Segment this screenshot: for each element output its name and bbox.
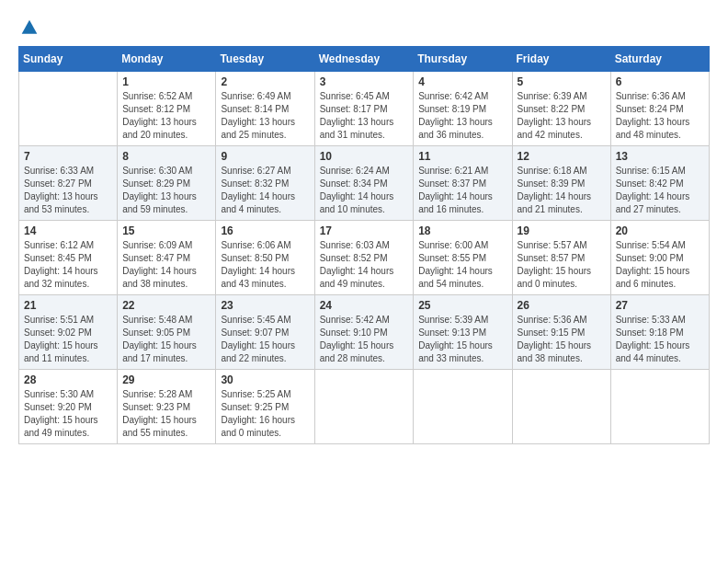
- calendar-cell: 27Sunrise: 5:33 AMSunset: 9:18 PMDayligh…: [610, 295, 709, 370]
- calendar-cell: 12Sunrise: 6:18 AMSunset: 8:39 PMDayligh…: [512, 146, 610, 221]
- calendar-cell: 3Sunrise: 6:45 AMSunset: 8:17 PMDaylight…: [314, 72, 414, 146]
- calendar-cell: 14Sunrise: 6:12 AMSunset: 8:45 PMDayligh…: [19, 221, 118, 295]
- day-info: Sunrise: 6:45 AMSunset: 8:17 PMDaylight:…: [320, 90, 409, 142]
- calendar-cell: 20Sunrise: 5:54 AMSunset: 9:00 PMDayligh…: [610, 221, 709, 295]
- day-number: 20: [616, 224, 704, 237]
- calendar-cell: 10Sunrise: 6:24 AMSunset: 8:34 PMDayligh…: [314, 146, 414, 221]
- day-number: 10: [320, 150, 409, 163]
- day-info: Sunrise: 6:49 AMSunset: 8:14 PMDaylight:…: [221, 90, 309, 142]
- day-of-week-header: Friday: [512, 47, 610, 72]
- page-header: [18, 18, 710, 37]
- day-of-week-header: Saturday: [610, 47, 709, 72]
- calendar-cell: 15Sunrise: 6:09 AMSunset: 8:47 PMDayligh…: [118, 221, 216, 295]
- day-number: 17: [320, 224, 409, 237]
- calendar-cell: 4Sunrise: 6:42 AMSunset: 8:19 PMDaylight…: [414, 72, 512, 146]
- day-info: Sunrise: 6:30 AMSunset: 8:29 PMDaylight:…: [122, 165, 210, 216]
- day-info: Sunrise: 6:21 AMSunset: 8:37 PMDaylight:…: [418, 165, 506, 216]
- day-number: 9: [221, 150, 309, 163]
- day-number: 23: [221, 299, 309, 312]
- calendar-week-row: 1Sunrise: 6:52 AMSunset: 8:12 PMDaylight…: [19, 72, 710, 146]
- day-header-row: SundayMondayTuesdayWednesdayThursdayFrid…: [19, 47, 710, 72]
- day-of-week-header: Wednesday: [314, 47, 414, 72]
- day-info: Sunrise: 5:45 AMSunset: 9:07 PMDaylight:…: [221, 314, 309, 365]
- calendar-cell: [314, 370, 414, 444]
- day-number: 24: [320, 299, 409, 312]
- day-number: 5: [518, 75, 606, 88]
- day-info: Sunrise: 6:06 AMSunset: 8:50 PMDaylight:…: [221, 239, 309, 291]
- day-info: Sunrise: 6:03 AMSunset: 8:52 PMDaylight:…: [320, 239, 409, 291]
- day-info: Sunrise: 5:42 AMSunset: 9:10 PMDaylight:…: [320, 314, 409, 365]
- day-number: 16: [221, 224, 309, 237]
- day-info: Sunrise: 6:00 AMSunset: 8:55 PMDaylight:…: [418, 239, 506, 291]
- calendar-cell: 9Sunrise: 6:27 AMSunset: 8:32 PMDaylight…: [216, 146, 314, 221]
- day-number: 22: [122, 299, 210, 312]
- day-of-week-header: Sunday: [19, 47, 118, 72]
- day-number: 14: [24, 224, 112, 237]
- calendar-cell: 13Sunrise: 6:15 AMSunset: 8:42 PMDayligh…: [610, 146, 709, 221]
- day-info: Sunrise: 6:39 AMSunset: 8:22 PMDaylight:…: [518, 90, 606, 142]
- calendar-cell: [610, 370, 709, 444]
- day-of-week-header: Tuesday: [216, 47, 314, 72]
- calendar-cell: 25Sunrise: 5:39 AMSunset: 9:13 PMDayligh…: [414, 295, 512, 370]
- calendar-cell: 6Sunrise: 6:36 AMSunset: 8:24 PMDaylight…: [610, 72, 709, 146]
- calendar-cell: 7Sunrise: 6:33 AMSunset: 8:27 PMDaylight…: [19, 146, 118, 221]
- day-info: Sunrise: 5:54 AMSunset: 9:00 PMDaylight:…: [616, 239, 704, 291]
- calendar-cell: 29Sunrise: 5:28 AMSunset: 9:23 PMDayligh…: [118, 370, 216, 444]
- calendar-cell: 28Sunrise: 5:30 AMSunset: 9:20 PMDayligh…: [19, 370, 118, 444]
- day-of-week-header: Thursday: [414, 47, 512, 72]
- day-number: 12: [518, 150, 606, 163]
- calendar-cell: 18Sunrise: 6:00 AMSunset: 8:55 PMDayligh…: [414, 221, 512, 295]
- day-number: 8: [122, 150, 210, 163]
- day-info: Sunrise: 5:51 AMSunset: 9:02 PMDaylight:…: [24, 314, 112, 365]
- calendar-cell: [414, 370, 512, 444]
- day-number: 19: [518, 224, 606, 237]
- logo: [18, 18, 39, 37]
- day-info: Sunrise: 6:36 AMSunset: 8:24 PMDaylight:…: [616, 90, 704, 142]
- calendar-cell: 16Sunrise: 6:06 AMSunset: 8:50 PMDayligh…: [216, 221, 314, 295]
- day-info: Sunrise: 6:12 AMSunset: 8:45 PMDaylight:…: [24, 239, 112, 291]
- calendar-cell: 5Sunrise: 6:39 AMSunset: 8:22 PMDaylight…: [512, 72, 610, 146]
- calendar-cell: 22Sunrise: 5:48 AMSunset: 9:05 PMDayligh…: [118, 295, 216, 370]
- calendar-cell: 8Sunrise: 6:30 AMSunset: 8:29 PMDaylight…: [118, 146, 216, 221]
- day-number: 28: [24, 373, 112, 386]
- day-info: Sunrise: 5:57 AMSunset: 8:57 PMDaylight:…: [518, 239, 606, 291]
- calendar-cell: 19Sunrise: 5:57 AMSunset: 8:57 PMDayligh…: [512, 221, 610, 295]
- day-of-week-header: Monday: [118, 47, 216, 72]
- calendar-cell: 17Sunrise: 6:03 AMSunset: 8:52 PMDayligh…: [314, 221, 414, 295]
- calendar-cell: 2Sunrise: 6:49 AMSunset: 8:14 PMDaylight…: [216, 72, 314, 146]
- calendar-cell: 23Sunrise: 5:45 AMSunset: 9:07 PMDayligh…: [216, 295, 314, 370]
- day-number: 1: [122, 75, 210, 88]
- day-info: Sunrise: 6:52 AMSunset: 8:12 PMDaylight:…: [122, 90, 210, 142]
- day-number: 18: [418, 224, 506, 237]
- day-info: Sunrise: 5:28 AMSunset: 9:23 PMDaylight:…: [122, 388, 210, 440]
- day-number: 13: [616, 150, 704, 163]
- day-info: Sunrise: 6:24 AMSunset: 8:34 PMDaylight:…: [320, 165, 409, 216]
- svg-marker-0: [22, 20, 38, 34]
- calendar-cell: 11Sunrise: 6:21 AMSunset: 8:37 PMDayligh…: [414, 146, 512, 221]
- day-info: Sunrise: 6:09 AMSunset: 8:47 PMDaylight:…: [122, 239, 210, 291]
- calendar-cell: [19, 72, 118, 146]
- day-number: 6: [616, 75, 704, 88]
- calendar-cell: 1Sunrise: 6:52 AMSunset: 8:12 PMDaylight…: [118, 72, 216, 146]
- calendar-week-row: 14Sunrise: 6:12 AMSunset: 8:45 PMDayligh…: [19, 221, 710, 295]
- calendar-week-row: 28Sunrise: 5:30 AMSunset: 9:20 PMDayligh…: [19, 370, 710, 444]
- day-number: 25: [418, 299, 506, 312]
- day-info: Sunrise: 5:48 AMSunset: 9:05 PMDaylight:…: [122, 314, 210, 365]
- calendar-table: SundayMondayTuesdayWednesdayThursdayFrid…: [18, 46, 710, 444]
- day-info: Sunrise: 6:27 AMSunset: 8:32 PMDaylight:…: [221, 165, 309, 216]
- day-number: 29: [122, 373, 210, 386]
- day-info: Sunrise: 6:15 AMSunset: 8:42 PMDaylight:…: [616, 165, 704, 216]
- day-number: 26: [518, 299, 606, 312]
- logo-icon: [20, 18, 39, 37]
- day-number: 27: [616, 299, 704, 312]
- day-number: 2: [221, 75, 309, 88]
- calendar-cell: 30Sunrise: 5:25 AMSunset: 9:25 PMDayligh…: [216, 370, 314, 444]
- day-number: 15: [122, 224, 210, 237]
- day-info: Sunrise: 5:39 AMSunset: 9:13 PMDaylight:…: [418, 314, 506, 365]
- day-number: 11: [418, 150, 506, 163]
- day-number: 3: [320, 75, 409, 88]
- day-info: Sunrise: 6:33 AMSunset: 8:27 PMDaylight:…: [24, 165, 112, 216]
- day-number: 21: [24, 299, 112, 312]
- calendar-cell: 26Sunrise: 5:36 AMSunset: 9:15 PMDayligh…: [512, 295, 610, 370]
- day-number: 30: [221, 373, 309, 386]
